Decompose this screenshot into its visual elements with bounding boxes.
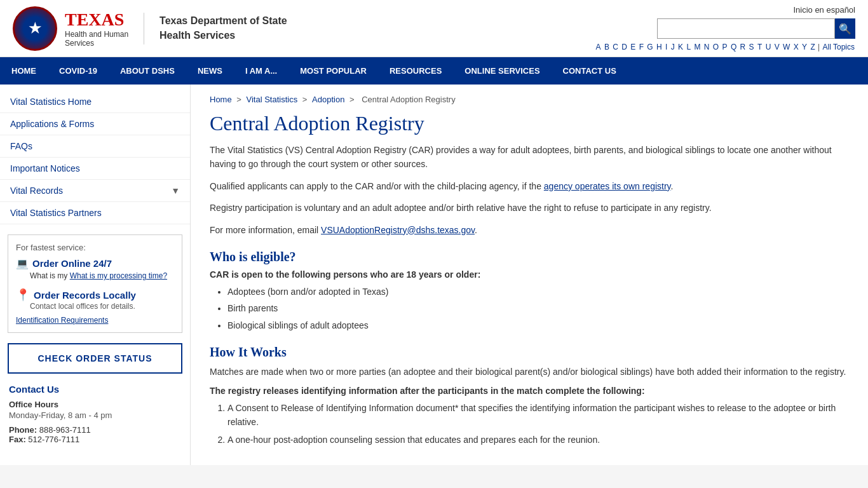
list-item: A Consent to Release of Identifying Info… bbox=[227, 401, 849, 430]
id-requirements-link[interactable]: Identification Requirements bbox=[16, 316, 174, 325]
service-box: For fastest service: 💻 Order Online 24/7… bbox=[8, 234, 182, 333]
az-t[interactable]: T bbox=[757, 43, 762, 51]
sidebar-item-faqs[interactable]: FAQs bbox=[0, 135, 190, 158]
az-bar: A B C D E F G H I J K L M N O P Q R S T … bbox=[595, 43, 855, 51]
az-c[interactable]: C bbox=[613, 43, 618, 51]
az-l[interactable]: L bbox=[686, 43, 691, 51]
search-icon: 🔍 bbox=[839, 24, 851, 34]
all-topics-link[interactable]: All Topics bbox=[823, 43, 855, 51]
nav-contact[interactable]: CONTACT US bbox=[552, 57, 628, 85]
contact-us-title: Contact Us bbox=[9, 384, 181, 395]
az-g[interactable]: G bbox=[647, 43, 653, 51]
az-j[interactable]: J bbox=[671, 43, 675, 51]
processing-time-link[interactable]: What is my processing time? bbox=[70, 271, 167, 280]
breadcrumb-current: Central Adoption Registry bbox=[362, 95, 455, 104]
search-bar: 🔍 bbox=[657, 18, 855, 39]
sidebar-item-vs-home[interactable]: Vital Statistics Home bbox=[0, 91, 190, 113]
sidebar-nav: Vital Statistics Home Applications & For… bbox=[0, 91, 190, 224]
az-x[interactable]: X bbox=[794, 43, 799, 51]
sidebar-item-apps-forms[interactable]: Applications & Forms bbox=[0, 113, 190, 135]
main-nav: HOME COVID-19 ABOUT DSHS NEWS I AM A... … bbox=[0, 57, 868, 85]
nav-resources[interactable]: RESOURCES bbox=[378, 57, 453, 85]
location-pin-icon: 📍 bbox=[16, 288, 30, 302]
dept-name: Texas Department of State Health Service… bbox=[159, 14, 287, 43]
logo-area: ★ TEXAS Health and Human Services Texas … bbox=[13, 6, 287, 51]
main-content: Home > Vital Statistics > Adoption > Cen… bbox=[191, 85, 868, 465]
contact-section: Contact Us Office Hours Monday-Friday, 8… bbox=[0, 384, 190, 444]
az-d[interactable]: D bbox=[621, 43, 627, 51]
order-local-link[interactable]: 📍 Order Records Locally bbox=[16, 288, 174, 302]
az-q[interactable]: Q bbox=[731, 43, 736, 51]
top-bar: ★ TEXAS Health and Human Services Texas … bbox=[0, 0, 868, 57]
fastest-service-label: For fastest service: bbox=[16, 243, 174, 252]
check-order-status-button[interactable]: CHECK ORDER STATUS bbox=[8, 343, 182, 374]
az-h[interactable]: H bbox=[656, 43, 662, 51]
az-w[interactable]: W bbox=[783, 43, 790, 51]
search-button[interactable]: 🔍 bbox=[835, 18, 855, 39]
intro-paragraph-4: For more information, email VSUAdoptionR… bbox=[210, 223, 849, 237]
espanol-link[interactable]: Inicio en español bbox=[793, 5, 855, 15]
top-right: Inicio en español 🔍 A B C D E F G H I J … bbox=[595, 5, 855, 51]
list-item: A one-hour post-adoption counseling sess… bbox=[227, 433, 849, 447]
az-y[interactable]: Y bbox=[802, 43, 807, 51]
who-eligible-title: Who is eligible? bbox=[210, 250, 849, 264]
az-p[interactable]: P bbox=[722, 43, 728, 51]
chevron-down-icon: ▼ bbox=[171, 186, 180, 196]
how-it-works-title: How It Works bbox=[210, 345, 849, 360]
nav-popular[interactable]: MOST POPULAR bbox=[288, 57, 378, 85]
fax-line: Fax: 512-776-7111 bbox=[9, 435, 181, 444]
az-f[interactable]: F bbox=[639, 43, 644, 51]
breadcrumb-adoption[interactable]: Adoption bbox=[312, 95, 344, 104]
texas-seal: ★ bbox=[13, 6, 57, 51]
releases-list: A Consent to Release of Identifying Info… bbox=[210, 401, 849, 447]
az-e[interactable]: E bbox=[630, 43, 635, 51]
search-input[interactable] bbox=[657, 18, 835, 39]
az-s[interactable]: S bbox=[749, 43, 754, 51]
logo-divider bbox=[144, 13, 144, 44]
az-a[interactable]: A bbox=[596, 43, 601, 51]
texas-label: TEXAS Health and Human Services bbox=[65, 10, 128, 48]
page-layout: Vital Statistics Home Applications & For… bbox=[0, 85, 868, 465]
az-m[interactable]: M bbox=[694, 43, 700, 51]
az-u[interactable]: U bbox=[766, 43, 771, 51]
az-b[interactable]: B bbox=[604, 43, 609, 51]
agency-registry-link[interactable]: agency operates its own registry bbox=[544, 181, 671, 191]
order-online-link[interactable]: 💻 Order Online 24/7 bbox=[16, 257, 174, 269]
page-title: Central Adoption Registry bbox=[210, 112, 849, 135]
breadcrumb-home[interactable]: Home bbox=[210, 95, 232, 104]
list-item: Birth parents bbox=[227, 301, 849, 315]
sidebar-item-notices[interactable]: Important Notices bbox=[0, 158, 190, 180]
az-i[interactable]: I bbox=[665, 43, 667, 51]
az-v[interactable]: V bbox=[775, 43, 780, 51]
email-link[interactable]: VSUAdoptionRegistry@dshs.texas.gov bbox=[321, 225, 475, 235]
sidebar-item-vital-records[interactable]: Vital Records ▼ bbox=[0, 180, 190, 202]
sidebar-item-vs-partners[interactable]: Vital Statistics Partners bbox=[0, 202, 190, 224]
nav-home[interactable]: HOME bbox=[0, 57, 48, 85]
az-o[interactable]: O bbox=[713, 43, 719, 51]
who-bold-text: CAR is open to the following persons who… bbox=[210, 269, 849, 280]
nav-news[interactable]: NEWS bbox=[186, 57, 234, 85]
intro-paragraph-2: Qualified applicants can apply to the CA… bbox=[210, 179, 849, 193]
nav-covid[interactable]: COVID-19 bbox=[48, 57, 109, 85]
logo-text-group: TEXAS Health and Human Services bbox=[65, 10, 128, 48]
az-k[interactable]: K bbox=[678, 43, 683, 51]
breadcrumb-vital-stats[interactable]: Vital Statistics bbox=[247, 95, 298, 104]
eligibility-list: Adoptees (born and/or adopted in Texas) … bbox=[210, 285, 849, 332]
releases-bold: The registry releases identifying inform… bbox=[210, 386, 849, 396]
breadcrumb: Home > Vital Statistics > Adoption > Cen… bbox=[210, 95, 849, 104]
az-z[interactable]: Z bbox=[810, 43, 815, 51]
phone-line: Phone: 888-963-7111 bbox=[9, 425, 181, 435]
list-item: Adoptees (born and/or adopted in Texas) bbox=[227, 285, 849, 299]
office-hours-label: Office Hours bbox=[9, 400, 181, 409]
nav-iam[interactable]: I AM A... bbox=[234, 57, 288, 85]
az-n[interactable]: N bbox=[704, 43, 710, 51]
office-hours-value: Monday-Friday, 8 am - 4 pm bbox=[9, 410, 181, 420]
intro-paragraph-3: Registry participation is voluntary and … bbox=[210, 201, 849, 215]
sidebar: Vital Statistics Home Applications & For… bbox=[0, 85, 191, 465]
nav-online[interactable]: ONLINE SERVICES bbox=[453, 57, 551, 85]
laptop-icon: 💻 bbox=[16, 257, 29, 269]
nav-about[interactable]: ABOUT DSHS bbox=[109, 57, 186, 85]
az-r[interactable]: R bbox=[740, 43, 746, 51]
how-it-works-text: Matches are made when two or more partie… bbox=[210, 365, 849, 379]
intro-paragraph-1: The Vital Statistics (VS) Central Adopti… bbox=[210, 143, 849, 172]
